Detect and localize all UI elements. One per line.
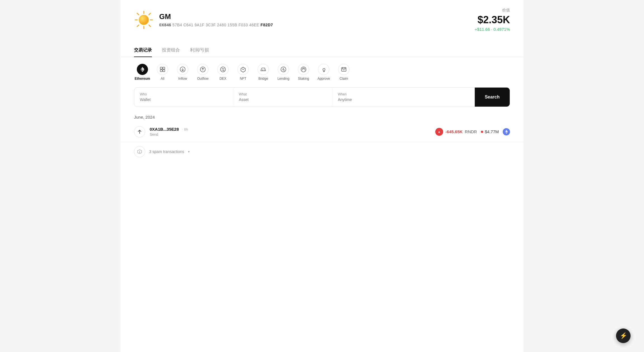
portfolio-change: +$11.66 · 0.4971% xyxy=(475,27,510,32)
fab-button[interactable]: ⚡ xyxy=(616,328,631,343)
filter-outflow-label: Outflow xyxy=(197,77,209,81)
spam-icon xyxy=(134,146,145,157)
tab-portfolio[interactable]: 投资组合 xyxy=(162,44,180,57)
ethereum-icon xyxy=(137,64,148,75)
address-suffix: F82D7 xyxy=(260,23,273,27)
filter-bridge[interactable]: Bridge xyxy=(255,64,272,81)
svg-rect-17 xyxy=(163,70,165,72)
tx-usd: $4.77M xyxy=(481,129,499,134)
spam-row[interactable]: 3 spam transactions ▾ xyxy=(121,142,523,161)
spam-label: 3 spam transactions xyxy=(149,149,184,154)
tx-time: · 8h xyxy=(181,127,188,132)
who-input[interactable] xyxy=(140,97,227,102)
when-label: When xyxy=(338,92,469,96)
svg-rect-16 xyxy=(160,70,162,72)
usd-dot xyxy=(481,131,483,133)
tab-trades[interactable]: 交易记录 xyxy=(134,44,152,57)
svg-line-8 xyxy=(149,13,151,15)
filter-approve-label: Approve xyxy=(318,77,330,81)
filter-nft[interactable]: NFT xyxy=(235,64,252,81)
filter-bridge-label: Bridge xyxy=(258,77,268,81)
filter-lending-label: Lending xyxy=(278,77,290,81)
svg-line-9 xyxy=(137,25,139,27)
tx-hash: 0XA1B...35E28 · 8h xyxy=(150,127,188,132)
dex-icon xyxy=(217,64,229,75)
greeting: GM xyxy=(159,12,273,21)
svg-line-7 xyxy=(149,25,151,27)
filter-claim-label: Claim xyxy=(340,77,348,81)
search-button[interactable]: Search xyxy=(475,88,510,107)
all-icon xyxy=(157,64,168,75)
tx-details: 0XA1B...35E28 · 8h Send xyxy=(150,127,188,137)
lending-icon xyxy=(278,64,289,75)
header-left: GM 0X846 57B4 C641 9A1F 3C3F 2480 155B F… xyxy=(134,10,273,30)
rndr-token-icon: R xyxy=(435,128,443,136)
who-label: Who xyxy=(140,92,227,96)
tx-direction-icon xyxy=(134,126,145,137)
tx-symbol: RNDR xyxy=(465,129,477,134)
filter-dex-label: DEX xyxy=(220,77,227,81)
who-field: Who xyxy=(134,88,233,106)
svg-marker-13 xyxy=(142,70,144,72)
wallet-address: 0X846 57B4 C641 9A1F 3C3F 2480 155B F033… xyxy=(159,23,273,27)
portfolio-value: $2.35K xyxy=(475,14,510,26)
svg-marker-10 xyxy=(140,67,142,70)
svg-rect-14 xyxy=(160,67,162,69)
tx-type: Send xyxy=(150,132,188,137)
tx-token: R -645.65K RNDR xyxy=(435,128,477,136)
what-field: What xyxy=(233,88,332,106)
claim-icon xyxy=(338,64,349,75)
filter-approve[interactable]: Approve xyxy=(315,64,332,81)
staking-icon xyxy=(298,64,309,75)
svg-point-20 xyxy=(220,67,225,72)
svg-text:R: R xyxy=(438,131,440,134)
filter-dex[interactable]: DEX xyxy=(215,64,231,81)
filter-ethereum[interactable]: Ethereum xyxy=(134,64,151,81)
address-middle: 57B4 C641 9A1F 3C3F 2480 155B F033 46EE xyxy=(171,23,260,27)
when-field: When xyxy=(332,88,475,106)
filter-row: Ethereum All In xyxy=(121,57,523,84)
sun-icon xyxy=(134,10,154,30)
svg-marker-41 xyxy=(505,130,506,132)
bridge-icon xyxy=(258,64,269,75)
main-container: GM 0X846 57B4 C641 9A1F 3C3F 2480 155B F… xyxy=(121,0,523,352)
tx-left: 0XA1B...35E28 · 8h Send xyxy=(134,126,188,137)
tx-usd-value: $4.77M xyxy=(485,129,499,134)
spam-count: 3 xyxy=(149,149,151,154)
tx-amount: -645.65K xyxy=(445,129,463,134)
outflow-icon xyxy=(197,64,208,75)
address-prefix: 0X846 xyxy=(159,23,171,27)
filter-all-label: All xyxy=(161,77,164,81)
filter-claim[interactable]: Claim xyxy=(335,64,352,81)
tab-pnl[interactable]: 利润/亏损 xyxy=(190,44,209,57)
filter-ethereum-label: Ethereum xyxy=(135,77,150,81)
search-bar: Who What When Search xyxy=(134,87,510,107)
header-info: GM 0X846 57B4 C641 9A1F 3C3F 2480 155B F… xyxy=(159,12,273,27)
svg-point-1 xyxy=(139,15,149,25)
when-input[interactable] xyxy=(338,97,469,102)
svg-marker-44 xyxy=(506,132,508,134)
value-label: 价值 xyxy=(475,8,510,13)
approve-icon xyxy=(318,64,329,75)
filter-nft-label: NFT xyxy=(240,77,246,81)
svg-marker-11 xyxy=(142,67,144,70)
filter-staking[interactable]: Staking xyxy=(295,64,312,81)
section-date: June, 2024 xyxy=(121,110,523,122)
filter-lending[interactable]: Lending xyxy=(275,64,292,81)
what-label: What xyxy=(239,92,326,96)
inflow-icon xyxy=(177,64,188,75)
spam-chevron-icon: ▾ xyxy=(188,150,190,154)
chain-icon xyxy=(503,128,510,135)
svg-line-6 xyxy=(137,13,139,15)
filter-all[interactable]: All xyxy=(154,64,171,81)
svg-line-22 xyxy=(261,68,262,71)
what-input[interactable] xyxy=(239,97,326,102)
tx-right: R -645.65K RNDR $4.77M xyxy=(435,128,510,136)
filter-outflow[interactable]: Outflow xyxy=(194,64,211,81)
svg-rect-33 xyxy=(342,67,346,71)
transaction-row: 0XA1B...35E28 · 8h Send R -645.65K RNDR … xyxy=(121,122,523,142)
tab-bar: 交易记录 投资组合 利润/亏损 xyxy=(121,44,523,57)
svg-point-47 xyxy=(139,152,140,153)
filter-inflow-label: Inflow xyxy=(178,77,187,81)
filter-inflow[interactable]: Inflow xyxy=(174,64,191,81)
